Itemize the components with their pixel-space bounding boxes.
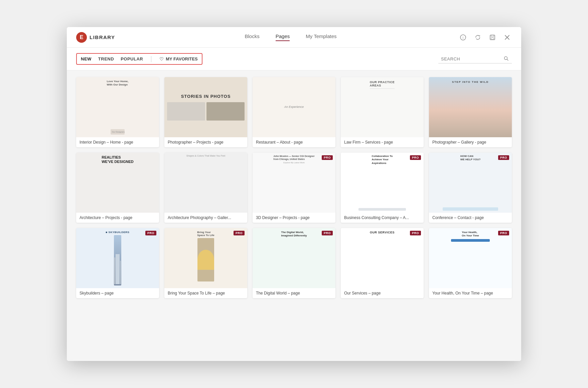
card-conference-contact[interactable]: PRO HOW CANWE HELP YOU? Conference – Con… <box>429 153 512 223</box>
refresh-icon[interactable] <box>473 33 482 42</box>
card-photographer-projects[interactable]: STORIES IN PHOTOS Photographer – Project… <box>164 77 247 147</box>
card-our-services[interactable]: PRO OUR SERVICES Our Services – page <box>341 228 424 298</box>
card-label: Our Services – page <box>341 288 424 298</box>
filter-bar: NEW TREND POPULAR ♡ MY FAVORITES <box>67 48 521 70</box>
tab-pages[interactable]: Pages <box>276 33 290 41</box>
filter-popular[interactable]: POPULAR <box>121 55 143 63</box>
filter-trend[interactable]: TREND <box>98 55 114 63</box>
pro-badge: PRO <box>498 231 509 235</box>
pro-badge: PRO <box>410 155 421 160</box>
card-skybuilders[interactable]: PRO ■ SKYBUILDERS Skybuilders – page <box>76 228 159 298</box>
card-label: Law Firm – Services - page <box>341 137 424 147</box>
save-icon[interactable] <box>488 33 497 42</box>
svg-line-8 <box>507 59 508 60</box>
card-lawfirm-services[interactable]: OUR PRACTICEAREAS Law Firm – Services - … <box>341 77 424 147</box>
pro-badge: PRO <box>322 231 333 235</box>
logo-area: E LIBRARY <box>76 32 123 43</box>
card-digital-world[interactable]: PRO The Digital World,Imagined Different… <box>253 228 335 298</box>
modal-header: E LIBRARY Blocks Pages My Templates i <box>67 27 521 48</box>
pro-badge: PRO <box>498 155 509 160</box>
library-title: LIBRARY <box>90 34 115 40</box>
card-label: Photographer – Projects - page <box>164 137 247 147</box>
card-label: Your Health, On Your Time – page <box>429 288 512 298</box>
card-arch-photo-gallery[interactable]: Shapes & Colors That Make You Feel Archi… <box>164 153 247 223</box>
card-label: Business Consulting Company – A... <box>341 213 424 223</box>
templates-grid: Love Your Home,With Our Design Our Desig… <box>76 77 512 298</box>
info-icon[interactable]: i <box>458 33 468 42</box>
card-label: Skybuilders – page <box>76 288 159 298</box>
tab-my-templates[interactable]: My Templates <box>306 33 336 41</box>
filter-divider <box>151 56 151 62</box>
card-label: Conference – Contact - page <box>429 213 512 223</box>
filter-new[interactable]: NEW <box>81 55 92 63</box>
search-input[interactable] <box>441 56 501 61</box>
svg-rect-4 <box>491 38 494 39</box>
card-label: Bring Your Space To Life – page <box>164 288 247 298</box>
card-biz-consulting[interactable]: PRO Collaboration ToAchieve YourAspirati… <box>341 153 424 223</box>
card-restaurant-about[interactable]: An Experience Restaurant – About - page <box>253 77 335 147</box>
filter-favorites[interactable]: ♡ MY FAVORITES <box>159 56 198 62</box>
tab-blocks[interactable]: Blocks <box>245 33 260 41</box>
card-health[interactable]: PRO Your Health,On Your Time Your Health… <box>429 228 512 298</box>
library-modal: E LIBRARY Blocks Pages My Templates i <box>67 27 521 361</box>
card-label: Interior Design – Home - page <box>76 137 159 147</box>
card-bring-space[interactable]: PRO Bring YourSpace To Life Bring Your S… <box>164 228 247 298</box>
filter-favorites-label: MY FAVORITES <box>166 56 198 61</box>
pro-badge: PRO <box>145 231 156 235</box>
elementor-logo: E <box>76 32 87 43</box>
close-icon[interactable] <box>502 33 512 42</box>
pro-badge: PRO <box>410 231 421 235</box>
header-actions: i <box>458 33 512 42</box>
pro-badge: PRO <box>234 231 245 235</box>
card-label: Restaurant – About - page <box>253 137 335 147</box>
card-label: Photographer – Gallery - page <box>429 137 512 147</box>
svg-text:i: i <box>463 36 464 39</box>
filter-tabs-group: NEW TREND POPULAR ♡ MY FAVORITES <box>76 53 202 65</box>
card-3d-designer[interactable]: PRO John Mcwinn — Senior CGI Designerfro… <box>253 153 335 223</box>
templates-grid-container: Love Your Home,With Our Design Our Desig… <box>67 70 521 361</box>
card-architecture-projects[interactable]: REALITIESWE'VE DESIGNED Architecture – P… <box>76 153 159 223</box>
card-label: 3D Designer – Projects - page <box>253 213 335 223</box>
card-interior-design[interactable]: Love Your Home,With Our Design Our Desig… <box>76 77 159 147</box>
search-area <box>438 55 512 63</box>
svg-rect-2 <box>490 35 495 40</box>
card-label: Architecture – Projects - page <box>76 213 159 223</box>
search-icon <box>504 56 508 62</box>
heart-icon: ♡ <box>159 56 164 62</box>
card-label: Architecture Photography – Galler... <box>164 213 247 223</box>
pro-badge: PRO <box>322 155 333 160</box>
main-tabs: Blocks Pages My Templates <box>123 33 458 41</box>
card-label: The Digital World – page <box>253 288 335 298</box>
card-photographer-gallery[interactable]: STEP INTO THE WILD Photographer – Galler… <box>429 77 512 147</box>
